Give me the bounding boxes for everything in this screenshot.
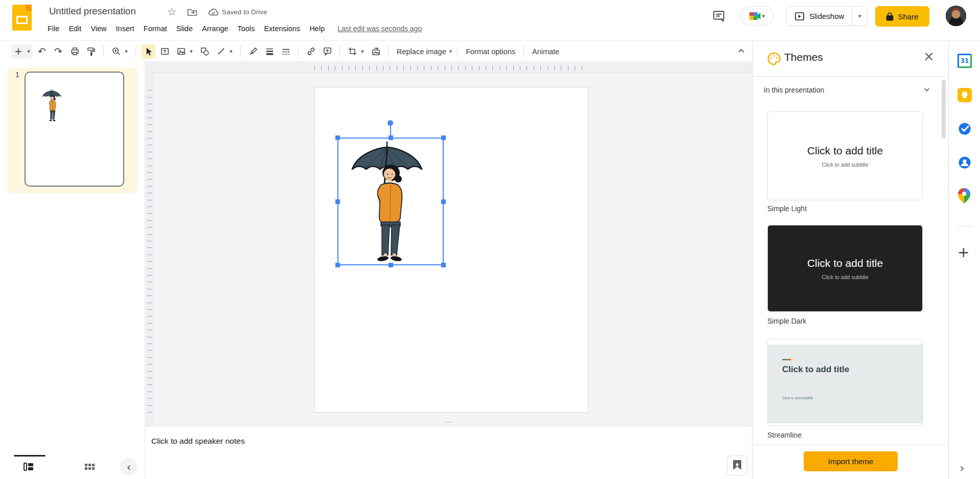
rail-divider — [957, 226, 972, 226]
resize-handle-e[interactable] — [441, 199, 446, 204]
open-comments-icon[interactable] — [712, 9, 727, 24]
menu-edit[interactable]: Edit — [64, 23, 86, 34]
rotation-handle[interactable] — [388, 120, 393, 126]
slideshow-button[interactable]: Slideshow — [787, 7, 852, 26]
menu-help[interactable]: Help — [305, 23, 329, 34]
speaker-notes-placeholder[interactable]: Click to add speaker notes — [151, 437, 245, 446]
meet-icon — [749, 12, 761, 20]
insert-image-caret[interactable]: ▾ — [187, 44, 195, 59]
share-button[interactable]: Share — [875, 6, 929, 27]
menu-slide[interactable]: Slide — [172, 23, 197, 34]
toolbar-divider — [388, 46, 389, 57]
account-avatar[interactable] — [946, 6, 966, 26]
star-icon[interactable]: ☆ — [167, 6, 176, 18]
image-selection-box[interactable] — [337, 138, 444, 265]
resize-handle-nw[interactable] — [335, 135, 340, 140]
toolbar-divider — [135, 46, 136, 57]
collapse-filmstrip-button[interactable]: ‹ — [120, 458, 138, 475]
menu-insert[interactable]: Insert — [111, 23, 139, 34]
saved-to-drive-icon[interactable] — [208, 7, 219, 20]
saved-status[interactable]: Saved to Drive — [222, 8, 267, 16]
insert-shape-button[interactable] — [197, 44, 212, 59]
move-to-folder-icon[interactable] — [187, 7, 198, 20]
theme-card-streamline[interactable]: Click to add title Click to add subtitle — [767, 339, 923, 426]
pin-button[interactable] — [727, 455, 747, 476]
theme-title-text: Click to add title — [807, 145, 883, 157]
toolbar-divider — [523, 46, 524, 57]
select-tool-button[interactable] — [141, 44, 155, 59]
collapse-toolbar-icon[interactable] — [735, 45, 748, 58]
filmstrip-view-icon[interactable] — [22, 461, 36, 474]
toolbar-divider — [240, 46, 241, 57]
import-theme-button[interactable]: Import theme — [804, 451, 898, 471]
resize-handle-s[interactable] — [389, 263, 393, 267]
toolbar-divider — [103, 46, 104, 57]
toolbar: + ▾ ↶ ↷ ▾ — [0, 41, 752, 61]
insert-link-button[interactable] — [304, 44, 318, 59]
text-box-button[interactable] — [157, 44, 172, 59]
slide-number: 1 — [15, 71, 19, 79]
paint-format-button[interactable] — [84, 44, 98, 59]
animate-button[interactable]: Animate — [529, 44, 562, 59]
insert-comment-button[interactable] — [320, 44, 334, 59]
expand-rail-icon[interactable]: › — [960, 461, 965, 475]
ruler-ticks — [147, 87, 152, 413]
ruler-ticks — [314, 66, 588, 71]
resize-handle-n[interactable] — [389, 135, 393, 140]
contacts-icon[interactable] — [958, 155, 972, 170]
line-weight-button[interactable] — [262, 44, 277, 59]
maps-icon[interactable] — [958, 188, 972, 202]
menu-file[interactable]: File — [43, 23, 64, 34]
keep-icon[interactable] — [958, 88, 972, 102]
theme-subtitle-text: Click to add subtitle — [822, 162, 868, 168]
section-chevron-down-icon[interactable] — [921, 84, 932, 97]
crop-image-button[interactable] — [345, 44, 359, 59]
border-color-button[interactable] — [246, 44, 260, 59]
theme-card-simple-dark[interactable]: Click to add title Click to add subtitle — [767, 225, 923, 312]
zoom-caret[interactable]: ▾ — [122, 44, 130, 59]
menu-arrange[interactable]: Arrange — [197, 23, 233, 34]
new-slide-button[interactable]: + — [11, 44, 26, 59]
line-dash-button[interactable] — [279, 44, 293, 59]
resize-handle-sw[interactable] — [335, 263, 340, 267]
resize-handle-ne[interactable] — [441, 135, 446, 140]
document-title[interactable]: Untitled presentation — [49, 6, 136, 17]
tasks-icon[interactable] — [958, 122, 972, 136]
redo-button[interactable]: ↷ — [51, 44, 65, 59]
zoom-button[interactable] — [109, 44, 123, 59]
new-slide-caret[interactable]: ▾ — [25, 44, 33, 59]
menu-extensions[interactable]: Extensions — [259, 23, 305, 34]
undo-button[interactable]: ↶ — [35, 44, 49, 59]
theme-name: Simple Dark — [767, 317, 806, 325]
insert-line-button[interactable] — [214, 44, 228, 59]
add-addon-icon[interactable]: + — [958, 245, 969, 260]
insert-line-caret[interactable]: ▾ — [227, 44, 235, 59]
close-themes-icon[interactable]: × — [923, 50, 935, 63]
replace-image-dropdown[interactable]: Replace image ▾ — [394, 44, 452, 59]
calendar-icon[interactable]: 31 — [958, 54, 972, 68]
themes-scrollbar[interactable] — [942, 80, 946, 139]
insert-image-button[interactable] — [174, 44, 188, 59]
google-slides-app: Untitled presentation ☆ Saved to Drive F… — [0, 0, 980, 479]
in-this-presentation-dropdown[interactable]: In this presentation — [764, 86, 824, 94]
format-options-button[interactable]: Format options — [463, 44, 518, 59]
menu-view[interactable]: View — [86, 23, 111, 34]
slides-logo[interactable] — [12, 5, 32, 31]
print-button[interactable] — [67, 44, 82, 59]
grid-view-icon[interactable] — [83, 461, 97, 474]
resize-handle-w[interactable] — [335, 199, 340, 204]
last-edit-link[interactable]: Last edit was seconds ago — [337, 25, 422, 33]
themes-panel-title: Themes — [784, 51, 823, 63]
theme-card-simple-light[interactable]: Click to add title Click to add subtitle — [767, 111, 923, 200]
resize-handle-se[interactable] — [441, 263, 446, 267]
menu-format[interactable]: Format — [139, 23, 172, 34]
meet-button[interactable]: ▾ — [740, 6, 774, 26]
menu-tools[interactable]: Tools — [233, 23, 260, 34]
crop-caret[interactable]: ▾ — [358, 44, 367, 59]
recolor-image-button[interactable] — [369, 44, 383, 59]
thumbnail-image — [41, 89, 64, 122]
slide-filmstrip: 1 — [0, 61, 145, 455]
side-panel-rail: 31 — [948, 41, 980, 479]
slide-thumbnail[interactable] — [25, 72, 124, 187]
slideshow-options-caret[interactable]: ▾ — [852, 7, 867, 26]
